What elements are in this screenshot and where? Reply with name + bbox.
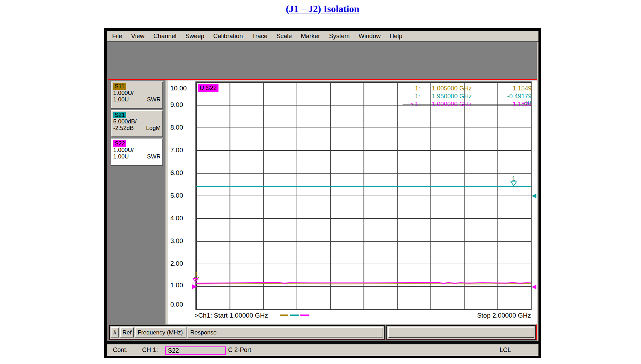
- toolbar-area: S11 1.000U/ 1.00U SWR S21 5.000dB/ -2.52…: [107, 42, 538, 355]
- s22-ref: 1.00U: [113, 153, 129, 160]
- segment-table-side-panel: [386, 325, 536, 340]
- active-trace-box: S22: [165, 346, 226, 355]
- page-title-link[interactable]: (J1 – J2) Isolation: [104, 3, 541, 14]
- marker-readout-s22-label: > 1:: [386, 101, 420, 108]
- segment-col-response[interactable]: Response: [188, 327, 383, 338]
- s22-legend-dash-icon: [300, 315, 309, 316]
- s11-ref: 1.00U: [113, 96, 129, 103]
- segment-table-side-panel-inner: [388, 327, 534, 338]
- marker-readout-s11-freq: 1.005000 GHz: [420, 85, 506, 92]
- y-tick-6: 6.00: [170, 169, 194, 177]
- menu-bar: File View Channel Sweep Calibration Trac…: [107, 31, 538, 42]
- segment-col-frequency[interactable]: Frequency (MHz): [135, 327, 186, 338]
- s21-format: LogM: [146, 125, 161, 131]
- plot-divider-strip: [165, 80, 168, 324]
- marker-readout-s22-value: 1.1825: [506, 101, 532, 108]
- marker-readout-s22-freq: 1.000000 GHz: [420, 101, 506, 108]
- client-edge-strip: [537, 42, 538, 355]
- y-tick-4: 4.00: [170, 214, 194, 222]
- cal-status: C 2-Port: [228, 346, 251, 354]
- menu-window[interactable]: Window: [359, 33, 381, 40]
- marker-readout-s11-label: 1:: [386, 85, 420, 92]
- s22-ref-arrow-right-icon: [532, 285, 536, 289]
- status-bar: Cont. CH 1: S22 C 2-Port LCL: [107, 344, 538, 356]
- marker-readout-s21-label: 1:: [386, 93, 420, 100]
- y-tick-10: 10.00: [170, 85, 194, 92]
- y-tick-1: 1.00: [170, 282, 194, 289]
- marker-readout-s11-value: 1.1549: [506, 85, 532, 92]
- marker-readout-s21-freq: 1.950000 GHz: [420, 93, 506, 100]
- s22-scale: 1.000U/: [113, 147, 161, 153]
- menu-system[interactable]: System: [329, 33, 350, 40]
- s21-color-chip: S21: [113, 112, 126, 118]
- s11-format: SWR: [147, 96, 161, 103]
- sweep-mode-status: Cont.: [113, 346, 128, 354]
- s21-scale: 5.000dB/: [113, 118, 161, 125]
- gridline-over-readout: [403, 104, 532, 105]
- trace-sidebar: S11 1.000U/ 1.00U SWR S21 5.000dB/ -2.52…: [108, 80, 165, 324]
- menu-sweep[interactable]: Sweep: [185, 33, 204, 40]
- s21-ref: -2.52dB: [113, 125, 134, 131]
- menu-view[interactable]: View: [131, 33, 145, 40]
- s22-color-chip: S22: [113, 140, 126, 147]
- active-trace-name: S22: [168, 347, 179, 354]
- y-tick-5: 5.00: [170, 192, 194, 199]
- s21-legend-dash-icon: [290, 315, 299, 316]
- trace-button-s22[interactable]: S22 1.000U/ 1.00U SWR: [111, 139, 163, 166]
- trace-button-s21[interactable]: S21 5.000dB/ -2.52dB LogM: [111, 110, 163, 137]
- menu-file[interactable]: File: [112, 33, 122, 40]
- segment-col-ref[interactable]: Ref: [120, 327, 134, 338]
- y-tick-2: 2.00: [170, 260, 194, 267]
- local-mode-status: LCL: [500, 346, 511, 354]
- marker-readout-s22: > 1: 1.000000 GHz 1.1825: [386, 101, 532, 108]
- y-tick-8: 8.00: [170, 124, 194, 131]
- menu-help[interactable]: Help: [389, 33, 402, 40]
- y-tick-0: 0.00: [170, 301, 194, 308]
- graticule-grid: [195, 81, 532, 310]
- trace-button-s11[interactable]: S11 1.000U/ 1.00U SWR: [111, 81, 163, 109]
- s22-format: SWR: [147, 153, 161, 160]
- menu-calibration[interactable]: Calibration: [213, 33, 243, 40]
- marker-readout-s21-value: -0.49179 dB: [506, 93, 532, 100]
- marker-readout-s11: 1: 1.005000 GHz 1.1549: [386, 85, 532, 92]
- sweep-stop-label: Stop 2.00000 GHz: [458, 312, 531, 319]
- menu-channel[interactable]: Channel: [153, 33, 177, 40]
- y-tick-3: 3.00: [170, 237, 194, 245]
- segment-col-number[interactable]: #: [111, 327, 119, 338]
- s11-color-chip: S11: [113, 83, 126, 90]
- screenshot-root: (J1 – J2) Isolation File View Channel Sw…: [0, 0, 641, 364]
- channel-label: CH 1:: [142, 346, 158, 354]
- screen-bottom-bezel: [107, 341, 538, 344]
- y-tick-9: 9.00: [170, 101, 194, 109]
- y-tick-7: 7.00: [170, 146, 194, 154]
- segment-table-header: # Ref Frequency (MHz) Response: [109, 325, 385, 340]
- instrument-screen: S11 1.000U/ 1.00U SWR S21 5.000dB/ -2.52…: [108, 79, 537, 340]
- s11-scale: 1.000U/: [113, 90, 161, 96]
- menu-marker[interactable]: Marker: [301, 33, 320, 40]
- menu-trace[interactable]: Trace: [252, 33, 267, 40]
- marker-readout-s21: 1: 1.950000 GHz -0.49179 dB: [386, 93, 532, 100]
- plot-region: 10.00 9.00 8.00 7.00 6.00 5.00 4.00 3.00…: [165, 80, 537, 324]
- active-trace-tag: U S22: [198, 84, 218, 92]
- vna-app-window: File View Channel Sweep Calibration Trac…: [104, 28, 541, 358]
- s11-legend-dash-icon: [280, 315, 288, 316]
- menu-scale[interactable]: Scale: [276, 33, 292, 40]
- s21-ref-arrow-icon: [532, 194, 536, 198]
- sweep-start-label: >Ch1: Start 1.00000 GHz: [194, 312, 268, 319]
